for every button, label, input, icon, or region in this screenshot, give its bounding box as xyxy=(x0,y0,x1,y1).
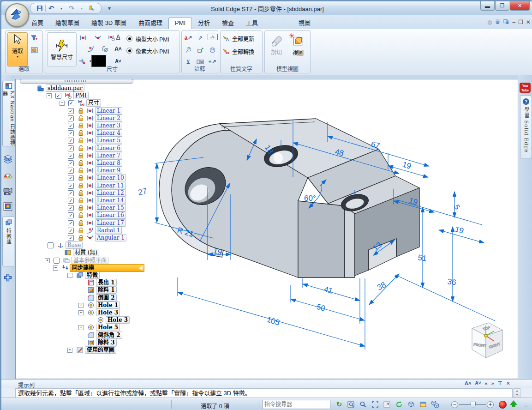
ribbon-tab-繪製 3D 草圖[interactable]: 繪製 3D 草圖 xyxy=(85,18,132,28)
lock-icon[interactable] xyxy=(77,122,84,129)
tree-row[interactable]: +Hole 1 xyxy=(18,301,143,309)
text-box-icon[interactable]: -A- xyxy=(208,34,218,40)
expander-plus[interactable]: + xyxy=(67,348,72,353)
tree-row[interactable]: ✓Linear 8 xyxy=(18,159,143,167)
tree-label[interactable]: Linear 8 xyxy=(95,159,122,167)
visibility-checkbox[interactable]: ✓ xyxy=(68,183,74,189)
tree-label[interactable]: Linear 9 xyxy=(95,167,122,174)
close-button[interactable]: ✕ xyxy=(510,1,530,11)
tree-row[interactable]: ✓Linear 16 xyxy=(18,211,143,219)
view-orientation-icon[interactable] xyxy=(406,400,416,409)
select-filter-icon[interactable] xyxy=(30,34,39,42)
expander-minus[interactable]: − xyxy=(78,310,84,315)
dimline-50[interactable] xyxy=(291,299,365,320)
tree-label[interactable]: Linear 17 xyxy=(95,219,126,227)
prompt-scrollbar[interactable]: ▲▼ xyxy=(514,388,520,398)
lock-icon[interactable] xyxy=(77,211,84,219)
tree-label[interactable]: Hole 3 xyxy=(106,316,130,324)
visibility-checkbox[interactable]: ✓ xyxy=(68,212,74,218)
expander-plus[interactable]: + xyxy=(45,258,50,263)
datum-frame-icon[interactable] xyxy=(196,46,205,54)
lock-icon[interactable] xyxy=(77,129,84,137)
fit-icon[interactable] xyxy=(371,400,380,409)
tree-label[interactable]: Linear 14 xyxy=(95,197,126,204)
tree-label[interactable]: Hole 1 xyxy=(96,301,120,309)
visibility-checkbox[interactable]: ✓ xyxy=(68,168,74,174)
tree-label[interactable]: 倒斜角 2 xyxy=(96,332,122,339)
tree-label-synchronous[interactable]: 同步建模 xyxy=(70,264,144,272)
gauge-icon[interactable] xyxy=(3,170,13,181)
lock-icon[interactable] xyxy=(77,167,84,174)
tree-label[interactable]: Linear 4 xyxy=(95,129,122,137)
expander-minus[interactable]: − xyxy=(47,93,52,98)
tree-label[interactable]: Radial 1 xyxy=(95,227,122,234)
tree-row[interactable]: −Hole 3 xyxy=(18,309,143,316)
lock-icon[interactable] xyxy=(77,227,84,234)
tree-row[interactable]: 除料 1 xyxy=(18,286,143,294)
lock-icon[interactable] xyxy=(77,152,84,159)
visibility-checkbox[interactable]: ✓ xyxy=(68,160,74,166)
visibility-checkbox[interactable]: ✓ xyxy=(68,100,74,106)
dim-36[interactable]: 36 xyxy=(447,277,456,287)
tree-row[interactable]: ✓Linear 14 xyxy=(18,197,143,204)
lock-icon[interactable] xyxy=(77,174,84,181)
visibility-checkbox[interactable]: ✓ xyxy=(68,220,74,226)
tree-label[interactable]: Hole 3 xyxy=(96,309,120,316)
lock-icon[interactable] xyxy=(77,115,84,122)
pixel-size-pmi-radio[interactable] xyxy=(126,48,132,54)
section-button[interactable]: 剖切 xyxy=(268,35,285,56)
pathfinder-grip[interactable] xyxy=(20,79,133,84)
rotate-icon[interactable] xyxy=(395,400,404,409)
diameter-icon[interactable] xyxy=(101,45,110,53)
command-finder-input[interactable] xyxy=(262,400,330,409)
tree-label[interactable]: 長出 1 xyxy=(96,279,117,286)
ribbon-tab-視圖[interactable]: 視圖 xyxy=(293,18,317,28)
maximize-button[interactable]: ❒ xyxy=(495,1,509,11)
expander-plus[interactable]: + xyxy=(78,303,84,308)
expand-icon[interactable]: » xyxy=(491,380,494,386)
tree-label[interactable]: Linear 10 xyxy=(95,174,126,181)
collapse-icon[interactable]: « xyxy=(484,380,487,386)
tree-row[interactable]: −✓尺寸 xyxy=(18,99,143,107)
update-all-button[interactable]: A 全部更新 xyxy=(222,35,254,42)
dim-41[interactable]: 41 xyxy=(323,285,334,295)
select-dropdown-arrow[interactable]: ▾ xyxy=(17,54,18,59)
tree-label[interactable]: Linear 7 xyxy=(95,152,122,159)
tree-row[interactable]: ✓Linear 6 xyxy=(18,145,143,152)
lock-icon[interactable] xyxy=(77,197,84,204)
prompt-close-icon[interactable]: ✕ xyxy=(506,380,510,386)
expander-plus[interactable]: + xyxy=(78,325,84,330)
layers-icon[interactable] xyxy=(3,155,13,165)
tree-label[interactable]: 材質 (無) xyxy=(73,249,99,256)
dim-60[interactable]: 60° xyxy=(304,194,316,203)
lock-icon[interactable] xyxy=(77,107,84,115)
colormap-icon[interactable] xyxy=(3,202,13,212)
lock-icon[interactable] xyxy=(77,182,84,189)
view-cube[interactable]: TOP FRONT RIGHT xyxy=(472,323,502,358)
doc-minimize-icon[interactable]: – xyxy=(512,19,515,25)
select-button[interactable]: 選取 ▾ xyxy=(7,32,28,66)
tree-row[interactable]: 倒圓 2 xyxy=(18,294,143,301)
doc-close-icon[interactable]: ✕ xyxy=(526,19,531,25)
zoom-slider[interactable]: − + xyxy=(451,401,494,408)
tree-row[interactable]: +使用的草圖 xyxy=(18,346,143,354)
application-button[interactable] xyxy=(5,3,29,27)
text-style-icon[interactable]: A xyxy=(114,33,123,41)
visibility-checkbox[interactable]: ✓ xyxy=(68,198,74,204)
tree-row[interactable]: ✓Radial 1 xyxy=(18,227,143,234)
tree-row[interactable]: −✓PMI xyxy=(18,92,143,99)
tab-nx-nastran-log-viewer[interactable]: NX Nastran 日誌檢視器 xyxy=(2,81,14,146)
tree-row[interactable]: ✓Linear 17 xyxy=(18,219,143,227)
panel-stack2-icon[interactable] xyxy=(503,18,509,26)
edge-condition-icon[interactable]: ⇗ xyxy=(196,34,205,42)
record-icon[interactable] xyxy=(499,401,507,409)
visibility-checkbox[interactable]: ✓ xyxy=(68,235,74,241)
visibility-checkbox[interactable]: ✓ xyxy=(68,130,74,136)
visibility-checkbox[interactable]: ✓ xyxy=(55,93,61,99)
tree-row[interactable]: ✓Linear 5 xyxy=(18,137,143,144)
ribbon-tab-繪製草圖[interactable]: 繪製草圖 xyxy=(49,18,85,28)
tree-label[interactable]: Base xyxy=(66,241,83,249)
visibility-checkbox[interactable]: ✓ xyxy=(68,205,74,211)
lock-icon[interactable] xyxy=(77,234,84,241)
window-layout-icon[interactable] xyxy=(418,400,428,409)
